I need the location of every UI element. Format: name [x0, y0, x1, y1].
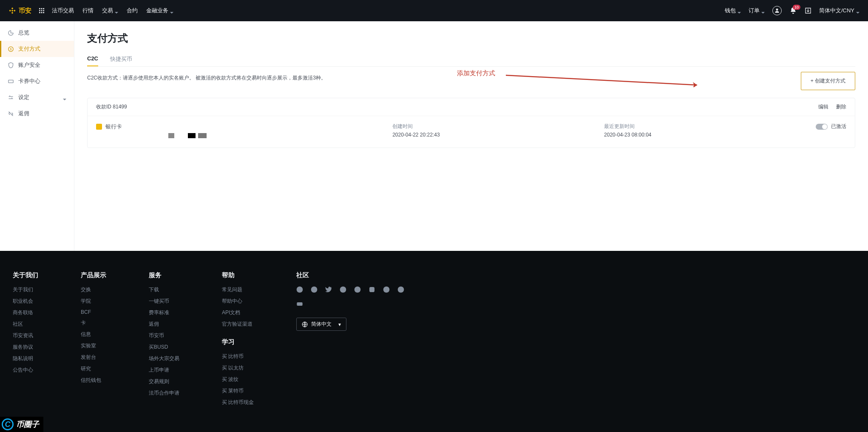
- sidebar-item-label: 返佣: [18, 110, 29, 117]
- footer-link[interactable]: API文档: [222, 309, 254, 316]
- nav-items: 法币交易 行情 交易 合约 金融业务: [52, 7, 173, 14]
- medium-icon[interactable]: [383, 286, 390, 293]
- footer-link[interactable]: 买 波纹: [222, 376, 254, 383]
- sidebar-item-security[interactable]: 账户安全: [0, 57, 74, 73]
- twitter-icon[interactable]: [325, 286, 332, 293]
- footer-link[interactable]: 官方验证渠道: [222, 321, 254, 328]
- payment-type: 银行卡: [96, 123, 392, 131]
- footer-col-help: 帮助 常见问题帮助中心API文档官方验证渠道 学习 买 比特币买 以太坊买 波纹…: [222, 271, 254, 410]
- sidebar-item-rebate[interactable]: 返佣: [0, 105, 74, 122]
- sidebar-item-settings[interactable]: 设定: [0, 89, 74, 105]
- footer-link[interactable]: 下载: [149, 286, 179, 293]
- annotation-label: 添加支付方式: [457, 69, 495, 77]
- footer-link[interactable]: 买 比特币: [222, 353, 254, 360]
- footer-link[interactable]: 场外大宗交易: [149, 355, 179, 362]
- footer-link[interactable]: 服务协议: [13, 344, 38, 351]
- redacted-account: [168, 133, 392, 138]
- download-app[interactable]: [805, 7, 811, 14]
- sidebar-item-payment[interactable]: $ 支付方式: [0, 41, 74, 57]
- footer-link[interactable]: 交换: [81, 286, 106, 293]
- footer-language-selector[interactable]: 简体中文 ▾: [296, 318, 346, 331]
- delete-button[interactable]: 删除: [836, 103, 846, 111]
- facebook-icon[interactable]: [311, 286, 318, 293]
- nav-trade[interactable]: 交易: [102, 7, 118, 14]
- footer-link[interactable]: 法币合作申请: [149, 389, 179, 397]
- notifications[interactable]: 10: [789, 7, 797, 14]
- weibo-icon[interactable]: [354, 286, 361, 293]
- top-nav: 币安 法币交易 行情 交易 合约 金融业务 钱包 订单 10 简体中文/CNY: [0, 0, 868, 21]
- sidebar-item-label: 卡券中心: [18, 77, 40, 85]
- footer-link[interactable]: 常见问题: [222, 286, 254, 293]
- svg-point-10: [398, 287, 404, 293]
- chevron-down-icon: [856, 9, 859, 12]
- telegram-icon[interactable]: [296, 286, 303, 293]
- chevron-down-icon: [63, 96, 66, 99]
- nav-markets[interactable]: 行情: [82, 7, 94, 14]
- apps-grid-icon[interactable]: [38, 7, 45, 14]
- wallet-menu[interactable]: 钱包: [725, 7, 741, 14]
- sidebar-item-coupon[interactable]: 卡券中心: [0, 73, 74, 89]
- description-row: C2C收款方式：请逐步使用您本人的实名账户。 被激活的收款方式将在交易时向逐步展…: [87, 72, 855, 90]
- footer-col-community: 社区 简体中文 ▾: [296, 271, 415, 410]
- nav-futures[interactable]: 合约: [127, 7, 138, 14]
- footer-link[interactable]: 社区: [13, 321, 38, 328]
- wechat-icon[interactable]: [397, 286, 404, 293]
- tab-quick-buy[interactable]: 快捷买币: [110, 52, 132, 66]
- nav-fiat[interactable]: 法币交易: [52, 7, 74, 14]
- footer-link[interactable]: 关于我们: [13, 286, 38, 293]
- footer-link[interactable]: 职业机会: [13, 298, 38, 305]
- footer-link[interactable]: 上币申请: [149, 367, 179, 374]
- svg-rect-11: [297, 302, 303, 306]
- footer-link[interactable]: 研究: [81, 365, 106, 372]
- orders-menu[interactable]: 订单: [749, 7, 765, 14]
- footer-col-products: 产品展示 交换学院BCF卡信息实验室发射台研究信托钱包: [81, 271, 106, 410]
- footer-link[interactable]: 信息: [81, 331, 106, 338]
- footer-link[interactable]: 币安币: [149, 332, 179, 339]
- user-avatar[interactable]: [772, 6, 782, 15]
- footer-col-title: 帮助: [222, 271, 254, 279]
- footer-link[interactable]: 卡: [81, 319, 106, 327]
- payment-icon: $: [8, 46, 14, 52]
- payment-card: 收款ID 81499 编辑 删除 银行卡: [87, 98, 855, 148]
- footer-link[interactable]: 学院: [81, 298, 106, 305]
- footer-link[interactable]: 交易规则: [149, 378, 179, 385]
- footer-link[interactable]: 发射台: [81, 354, 106, 361]
- footer-link[interactable]: 币安资讯: [13, 332, 38, 339]
- footer-link[interactable]: 买 比特币现金: [222, 399, 254, 406]
- footer-link[interactable]: BCF: [81, 309, 106, 315]
- footer-link[interactable]: 实验室: [81, 342, 106, 350]
- youtube-icon[interactable]: [296, 301, 303, 307]
- footer-link[interactable]: 隐私说明: [13, 355, 38, 362]
- footer: 关于我们 关于我们职业机会商务联络社区币安资讯服务协议隐私说明公告中心 产品展示…: [0, 251, 868, 432]
- reddit-icon[interactable]: [340, 286, 346, 293]
- instagram-icon[interactable]: [369, 286, 375, 293]
- language-selector[interactable]: 简体中文/CNY: [819, 7, 859, 14]
- footer-col-about: 关于我们 关于我们职业机会商务联络社区币安资讯服务协议隐私说明公告中心: [13, 271, 38, 410]
- footer-link[interactable]: 买 以太坊: [222, 364, 254, 372]
- footer-link[interactable]: 买 莱特币: [222, 387, 254, 395]
- tabs: C2C 快捷买币: [87, 52, 855, 67]
- activate-toggle[interactable]: [816, 124, 828, 130]
- footer-link[interactable]: 信托钱包: [81, 377, 106, 384]
- footer-link[interactable]: 帮助中心: [222, 298, 254, 305]
- svg-text:$: $: [10, 48, 12, 51]
- binance-logo-icon: [9, 7, 16, 14]
- status-label: 已激活: [831, 123, 846, 130]
- footer-link[interactable]: 商务联络: [13, 309, 38, 316]
- content: 支付方式 C2C 快捷买币 C2C收款方式：请逐步使用您本人的实名账户。 被激活…: [74, 21, 868, 251]
- sidebar-item-overview[interactable]: 总览: [0, 25, 74, 41]
- brand-logo[interactable]: 币安: [9, 7, 31, 15]
- svg-rect-2: [9, 80, 13, 82]
- footer-link[interactable]: 费率标准: [149, 309, 179, 316]
- footer-link[interactable]: 买BUSD: [149, 344, 179, 351]
- card-header: 收款ID 81499 编辑 删除: [88, 98, 855, 116]
- footer-link[interactable]: 返佣: [149, 321, 179, 328]
- footer-link[interactable]: 公告中心: [13, 367, 38, 374]
- download-icon: [805, 7, 811, 14]
- footer-col-title: 社区: [296, 271, 415, 279]
- edit-button[interactable]: 编辑: [818, 103, 828, 111]
- footer-link[interactable]: 一键买币: [149, 298, 179, 305]
- nav-finance[interactable]: 金融业务: [146, 7, 173, 14]
- add-payment-button[interactable]: + 创建支付方式: [801, 72, 855, 90]
- tab-c2c[interactable]: C2C: [87, 52, 98, 66]
